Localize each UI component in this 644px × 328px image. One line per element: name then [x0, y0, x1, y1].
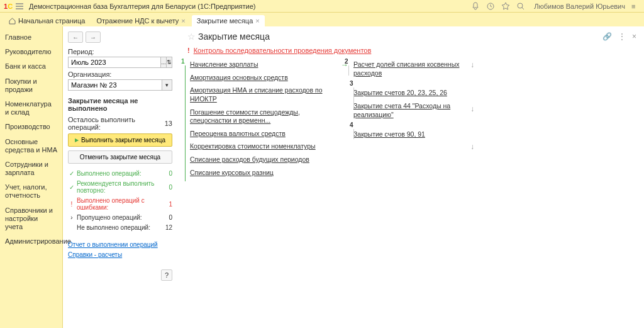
star-icon[interactable]: [501, 2, 510, 11]
sidebar-item-tax[interactable]: Учет, налоги, отчетность: [0, 180, 62, 203]
user-name[interactable]: Любимов Валерий Юрьевич: [534, 3, 625, 10]
sidebar-item-production[interactable]: Производство: [0, 120, 62, 134]
help-calc-link[interactable]: Справки - расчеты: [68, 251, 122, 258]
favorite-star-icon[interactable]: ☆: [187, 31, 196, 42]
link-icon[interactable]: 🔗: [602, 32, 612, 41]
tab-home[interactable]: Начальная страница: [4, 15, 90, 26]
skip-count: 0: [162, 214, 172, 221]
operation-link[interactable]: Закрытие счетов 20, 23, 25, 26: [353, 89, 463, 98]
search-icon[interactable]: [516, 2, 525, 11]
warning-icon: !: [187, 47, 190, 54]
step-1-column: 1 Начисление зарплаты Амортизация основн…: [185, 60, 338, 181]
history-icon[interactable]: [486, 2, 495, 11]
arrow-down-icon: ↓: [470, 105, 478, 113]
org-input[interactable]: [68, 79, 162, 91]
operation-link[interactable]: Закрытие счетов 90, 91: [353, 130, 463, 139]
sidebar-item-bank[interactable]: Банк и касса: [0, 59, 62, 74]
arrow-down-icon: ↓: [470, 142, 478, 151]
bell-icon[interactable]: [471, 2, 480, 11]
done-count: 0: [162, 170, 172, 177]
period-select-button[interactable]: ...: [161, 57, 167, 68]
help-button[interactable]: ?: [161, 269, 172, 281]
check-icon: ✓: [68, 184, 75, 191]
step-number: 3: [350, 80, 353, 87]
step-234-column: 2 Расчет долей списания косвенных расход…: [348, 60, 468, 181]
error-icon: !: [68, 201, 75, 208]
sidebar-item-sales[interactable]: Покупки и продажи: [0, 74, 62, 97]
step-number: 4: [350, 122, 353, 128]
remain-label: Осталось выполнить операций:: [68, 116, 160, 131]
cancel-button-label: Отменить закрытие месяца: [80, 154, 160, 161]
nav-forward-button[interactable]: →: [86, 31, 101, 43]
arrow-down-icon: ↓: [470, 60, 478, 69]
sidebar: Главное Руководителю Банк и касса Покупк…: [0, 26, 63, 328]
close-panel-icon[interactable]: ×: [632, 32, 636, 41]
operation-link[interactable]: Переоценка валютных средств: [190, 130, 333, 139]
sidebar-item-main[interactable]: Главное: [0, 30, 62, 45]
operations-area: ☆ Закрытие месяца 🔗 ⋮ × ! Контроль после…: [177, 26, 644, 328]
operation-link[interactable]: Списание расходов будущих периодов: [190, 156, 333, 164]
operation-link[interactable]: Амортизация основных средств: [190, 74, 333, 82]
step-number: 1: [181, 58, 185, 65]
report-link[interactable]: Отчет о выполнении операций: [68, 241, 158, 248]
tab-home-label: Начальная страница: [18, 17, 85, 25]
close-icon[interactable]: ×: [181, 18, 185, 25]
page-title: Закрытие месяца: [198, 31, 270, 42]
period-stepper-button[interactable]: ⇅: [167, 57, 172, 68]
app-title: Демонстрационная база Бухгалтерия для Бе…: [29, 3, 471, 10]
skip-label: Пропущено операций:: [75, 214, 162, 221]
window-menu-icon[interactable]: ≡: [631, 3, 640, 10]
retry-label: Рекомендуется выполнить повторно:: [75, 180, 162, 194]
org-label: Организация:: [68, 71, 172, 78]
execute-button-label: Выполнить закрытие месяца: [81, 137, 165, 144]
sidebar-item-manager[interactable]: Руководителю: [0, 45, 62, 59]
sequence-check-link[interactable]: Контроль последовательности проведения д…: [194, 47, 372, 54]
svg-point-1: [518, 3, 523, 8]
tab-close-month-label: Закрытие месяца: [197, 17, 253, 25]
sidebar-item-hr[interactable]: Сотрудники и зарплата: [0, 157, 62, 180]
sidebar-item-stock[interactable]: Номенклатура и склад: [0, 97, 62, 120]
left-panel: ← → Период: ... ⇅ Организация: ▾: [63, 26, 177, 328]
org-dropdown-button[interactable]: ▾: [162, 79, 172, 91]
operation-link[interactable]: Корректировка стоимости номенклатуры: [190, 142, 333, 151]
err-label: Выполнено операций с ошибками:: [75, 197, 162, 211]
status-title: Закрытие месяца не выполнено: [68, 97, 172, 112]
remain-count: 13: [160, 120, 172, 127]
operation-link[interactable]: Расчет долей списания косвенных расходов: [353, 60, 463, 77]
check-icon: ✓: [68, 170, 75, 177]
arrow-icon: ›: [68, 214, 75, 221]
sidebar-item-refs[interactable]: Справочники и настройки учета: [0, 203, 62, 235]
period-input[interactable]: [68, 57, 161, 68]
notdone-count: 12: [162, 224, 172, 231]
tab-close-month[interactable]: Закрытие месяца ×: [192, 15, 265, 26]
notdone-label: Не выполнено операций:: [75, 224, 162, 231]
sidebar-item-assets[interactable]: Основные средства и НМА: [0, 135, 62, 157]
cancel-button[interactable]: Отменить закрытие месяца: [68, 150, 172, 164]
period-label: Период:: [68, 48, 172, 55]
step-number: 2: [345, 58, 348, 65]
play-icon: ▶: [75, 137, 79, 143]
nav-back-button[interactable]: ←: [68, 31, 83, 43]
main-menu-icon[interactable]: [15, 2, 24, 11]
close-icon[interactable]: ×: [255, 18, 259, 25]
done-label: Выполнено операций:: [75, 170, 162, 177]
tab-nds-label: Отражение НДС к вычету: [96, 17, 179, 25]
tabbar: Начальная страница Отражение НДС к вычет…: [0, 13, 644, 26]
operation-link[interactable]: Закрытие счета 44 "Расходы на реализацию…: [353, 102, 463, 119]
operation-link[interactable]: Списание курсовых разниц: [190, 169, 333, 178]
operation-link[interactable]: Начисление зарплаты: [190, 60, 333, 69]
retry-count: 0: [162, 184, 172, 191]
sidebar-item-admin[interactable]: Администрирование: [0, 234, 62, 249]
tab-nds[interactable]: Отражение НДС к вычету ×: [91, 15, 190, 26]
err-count: 1: [162, 201, 172, 208]
operation-link[interactable]: Амортизация НМА и списание расходов по Н…: [190, 86, 333, 103]
logo-1c: 1: [4, 3, 13, 10]
titlebar: 1 Демонстрационная база Бухгалтерия для …: [0, 0, 644, 13]
execute-button[interactable]: ▶ Выполнить закрытие месяца: [68, 133, 172, 147]
operation-link[interactable]: Погашение стоимости спецодежды, спецосна…: [190, 108, 333, 125]
more-icon[interactable]: ⋮: [618, 32, 626, 41]
